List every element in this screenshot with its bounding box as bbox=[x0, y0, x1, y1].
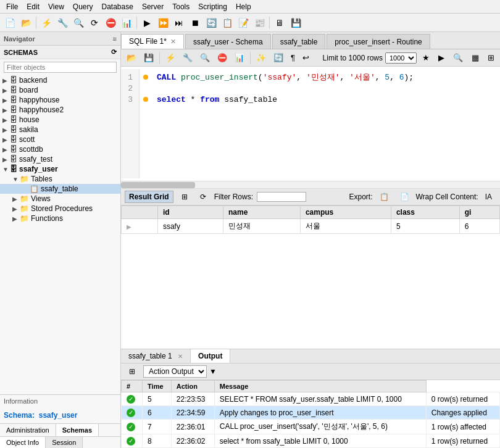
beautify-btn[interactable]: ✨ bbox=[253, 51, 269, 65]
limit-cols-btn[interactable]: ▦ bbox=[469, 51, 482, 65]
schema-ssafy-test[interactable]: ▶ 🗄 ssafy_test bbox=[0, 154, 120, 164]
toolbar-btn-9[interactable]: ▶ bbox=[140, 15, 154, 30]
result-table-wrap[interactable]: id name campus class gi ▶ ssafy 민성재 서울 5 bbox=[121, 205, 500, 349]
output-tab-ssafy-table[interactable]: ssafy_table 1 ✕ bbox=[121, 349, 191, 363]
output-icon-btn[interactable]: ⊞ bbox=[125, 365, 140, 378]
sql-editor[interactable]: 1 2 3 CALL proc_user_insert ('ssafy', '민… bbox=[121, 67, 500, 181]
bottom-tab-session[interactable]: Session bbox=[46, 437, 83, 448]
toolbar-btn-7[interactable]: ⛔ bbox=[103, 15, 118, 30]
toolbar-btn-10[interactable]: ⏩ bbox=[156, 15, 170, 30]
schema-house[interactable]: ▶ 🗄 house bbox=[0, 115, 120, 125]
result-refresh-btn[interactable]: ⟳ bbox=[196, 191, 210, 203]
toolbar-btn-5[interactable]: 🔍 bbox=[71, 15, 86, 30]
limit-select[interactable]: 1000 500 200 bbox=[385, 52, 417, 64]
result-col-gi[interactable]: gi bbox=[459, 206, 499, 219]
export-copy-btn[interactable]: 📄 bbox=[396, 191, 414, 203]
limit-more-btn[interactable]: ⊞ bbox=[485, 51, 498, 65]
menu-file[interactable]: File bbox=[2, 1, 22, 12]
limit-star-btn[interactable]: ★ bbox=[419, 51, 433, 65]
tab-proc-user-insert[interactable]: proc_user_insert - Routine bbox=[327, 34, 430, 49]
menu-query[interactable]: Query bbox=[69, 1, 97, 12]
tree-ssafy-table[interactable]: ▶ 📋 ssafy_table bbox=[0, 184, 120, 194]
output-tab-ssafy-close[interactable]: ✕ bbox=[178, 353, 183, 360]
editor-scroll-thumb[interactable] bbox=[121, 182, 195, 188]
tab-sql-file-close[interactable]: ✕ bbox=[170, 38, 176, 46]
toggle-output-btn[interactable]: 📊 bbox=[231, 51, 248, 65]
action-row-6[interactable]: ✓ 6 22:34:59 Apply changes to proc_user_… bbox=[122, 406, 500, 420]
schema-backend[interactable]: ▶ 🗄 backend bbox=[0, 75, 120, 85]
schema-sakila[interactable]: ▶ 🗄 sakila bbox=[0, 125, 120, 135]
bottom-tab-object-info[interactable]: Object Info bbox=[0, 437, 46, 448]
execute-selection-btn[interactable]: 🔧 bbox=[180, 51, 196, 65]
toolbar-btn-16[interactable]: 📰 bbox=[252, 15, 267, 30]
schema-happyhouse2[interactable]: ▶ 🗄 happyhouse2 bbox=[0, 105, 120, 115]
menu-tools[interactable]: Tools bbox=[169, 1, 193, 12]
result-col-campus[interactable]: campus bbox=[300, 206, 391, 219]
action-row-5[interactable]: ✓ 5 22:23:53 SELECT * FROM ssafy_user.ss… bbox=[122, 392, 500, 406]
action-row-8[interactable]: ✓ 8 22:36:02 select * from ssafy_table L… bbox=[122, 434, 500, 448]
table-row[interactable]: ▶ ssafy 민성재 서울 5 6 bbox=[122, 219, 500, 234]
schema-happyhouse[interactable]: ▶ 🗄 happyhouse bbox=[0, 95, 120, 105]
tab-sql-file[interactable]: SQL File 1* ✕ bbox=[121, 34, 184, 49]
result-col-name[interactable]: name bbox=[223, 206, 301, 219]
schema-ssafy-user[interactable]: ▼ 🗄 ssafy_user bbox=[0, 164, 120, 174]
toolbar-btn-3[interactable]: ⚡ bbox=[39, 15, 54, 30]
invisible-chars-btn[interactable]: ¶ bbox=[288, 51, 298, 65]
limit-next-btn[interactable]: ▶ bbox=[435, 51, 448, 65]
filter-input[interactable] bbox=[4, 62, 117, 73]
toolbar-btn-17[interactable]: 🖥 bbox=[272, 15, 287, 30]
schema-scottdb[interactable]: ▶ 🗄 scottdb bbox=[0, 144, 120, 154]
result-grid-btn[interactable]: Result Grid bbox=[125, 191, 173, 203]
tab-ssafy-table[interactable]: ssafy_table bbox=[272, 34, 326, 49]
navigator-menu-icon[interactable]: ≡ bbox=[113, 35, 117, 43]
open-file-editor-btn[interactable]: 📂 bbox=[123, 51, 140, 65]
word-wrap-btn[interactable]: ↩ bbox=[299, 51, 312, 65]
schemas-refresh-icon[interactable]: ⟳ bbox=[111, 48, 117, 56]
output-tab-output[interactable]: Output bbox=[191, 349, 230, 363]
filter-rows-input[interactable] bbox=[257, 192, 306, 202]
toolbar-btn-6[interactable]: ⟳ bbox=[87, 15, 102, 30]
wrap-cell-btn[interactable]: IA bbox=[481, 191, 496, 203]
toolbar-btn-14[interactable]: 📋 bbox=[220, 15, 235, 30]
toolbar-btn-11[interactable]: ⏭ bbox=[172, 15, 186, 30]
limit-select-wrap: Limit to 1000 rows 1000 500 200 ★ ▶ 🔍 ▦ … bbox=[323, 51, 498, 65]
tree-stored-procedures-folder[interactable]: ▶ 📁 Stored Procedures bbox=[0, 204, 120, 214]
tab-administration[interactable]: Administration bbox=[0, 424, 56, 436]
tree-views-folder[interactable]: ▶ 📁 Views bbox=[0, 194, 120, 204]
action-table-wrap[interactable]: # Time Action Message ✓ 5 22:23:53 SELEC… bbox=[121, 380, 500, 448]
limit-search-btn[interactable]: 🔍 bbox=[450, 51, 466, 65]
menu-edit[interactable]: Edit bbox=[23, 1, 43, 12]
tab-ssafy-user-schema[interactable]: ssafy_user - Schema bbox=[185, 34, 271, 49]
toolbar-btn-8[interactable]: 📊 bbox=[119, 15, 134, 30]
result-col-id[interactable]: id bbox=[157, 206, 223, 219]
code-lines[interactable]: CALL proc_user_insert ('ssafy', '민성재', '… bbox=[152, 69, 500, 178]
menu-server[interactable]: Server bbox=[138, 1, 167, 12]
stop-btn[interactable]: ⛔ bbox=[214, 51, 230, 65]
toolbar-btn-12[interactable]: ⏹ bbox=[188, 15, 202, 30]
schema-scott[interactable]: ▶ 🗄 scott bbox=[0, 135, 120, 144]
editor-scrollbar[interactable] bbox=[121, 181, 500, 188]
menu-help[interactable]: Help bbox=[232, 1, 255, 12]
action-row-7[interactable]: ✓ 7 22:36:01 CALL proc_user_insert('ssaf… bbox=[122, 420, 500, 434]
execute-btn[interactable]: ⚡ bbox=[162, 51, 178, 65]
schema-board[interactable]: ▶ 🗄 board bbox=[0, 85, 120, 95]
tab-schemas[interactable]: Schemas bbox=[56, 424, 99, 436]
result-grid-icon-btn[interactable]: ⊞ bbox=[177, 191, 192, 203]
toolbar-btn-18[interactable]: 💾 bbox=[288, 15, 303, 30]
save-file-editor-btn[interactable]: 💾 bbox=[141, 51, 157, 65]
menu-scripting[interactable]: Scripting bbox=[194, 1, 231, 12]
new-file-btn[interactable]: 📄 bbox=[2, 15, 17, 30]
find-replace-btn[interactable]: 🔄 bbox=[270, 51, 286, 65]
toolbar-btn-4[interactable]: 🔧 bbox=[55, 15, 70, 30]
explain-btn[interactable]: 🔍 bbox=[197, 51, 213, 65]
tree-functions-folder[interactable]: ▶ 📁 Functions bbox=[0, 214, 120, 223]
result-col-class[interactable]: class bbox=[391, 206, 459, 219]
menu-view[interactable]: View bbox=[44, 1, 68, 12]
export-csv-btn[interactable]: 📋 bbox=[375, 191, 393, 203]
toolbar-btn-13[interactable]: 🔄 bbox=[204, 15, 219, 30]
tree-tables-folder[interactable]: ▼ 📁 Tables bbox=[0, 174, 120, 184]
menu-database[interactable]: Database bbox=[98, 1, 137, 12]
toolbar-btn-15[interactable]: 📝 bbox=[236, 15, 251, 30]
open-file-btn[interactable]: 📂 bbox=[19, 15, 33, 30]
action-output-select[interactable]: Action Output bbox=[143, 365, 207, 378]
